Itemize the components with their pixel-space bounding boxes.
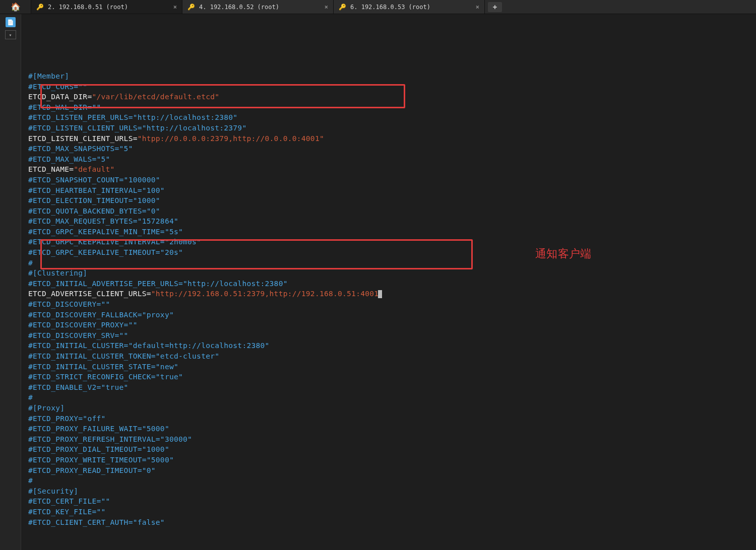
code-line: #ETCD_ELECTION_TIMEOUT="1000"	[28, 195, 751, 206]
comment-text: #[Member]	[28, 72, 69, 80]
code-line: #ETCD_CLIENT_CERT_AUTH="false"	[28, 517, 751, 528]
config-value: "htpp://0.0.0.0:2379,http://0.0.0.0:4001…	[138, 134, 324, 143]
config-key: ETCD_ADVERTISE_CLIENT_URLS	[28, 290, 147, 298]
comment-text: #ETCD_LISTEN_PEER_URLS="http://localhost…	[28, 113, 237, 121]
comment-text: #ETCD_STRICT_RECONFIG_CHECK="true"	[28, 373, 183, 381]
comment-text: #ETCD_SNAPSHOT_COUNT="100000"	[28, 176, 160, 184]
code-line: #ETCD_MAX_REQUEST_BYTES="1572864"	[28, 216, 751, 227]
code-line: #ETCD_MAX_SNAPSHOTS="5"	[28, 144, 751, 154]
new-tab-button[interactable]: +	[488, 2, 502, 12]
equals-operator: =	[69, 165, 74, 173]
comment-text: #ETCD_PROXY_WRITE_TIMEOUT="5000"	[28, 456, 174, 464]
comment-text: #ETCD_INITIAL_CLUSTER="default=http://lo…	[28, 341, 270, 350]
comment-text: #ETCD_DISCOVERY_SRV=""	[28, 331, 129, 339]
code-line: #ETCD_WAL_DIR=""	[28, 102, 751, 113]
comment-text: #ETCD_WAL_DIR=""	[28, 103, 101, 111]
code-line: #ETCD_DISCOVERY_SRV=""	[28, 330, 751, 341]
home-icon[interactable]: 🏠	[11, 2, 21, 12]
code-line: #ETCD_GRPC_KEEPALIVE_INTERVAL="2h0m0s"	[28, 237, 751, 247]
comment-text: #ETCD_ENABLE_V2="true"	[28, 383, 129, 391]
left-sidebar: 📄 ▾	[0, 14, 21, 550]
code-line: ETCD_ADVERTISE_CLIENT_URLS="http://192.1…	[28, 289, 751, 299]
comment-text: #ETCD_PROXY_REFRESH_INTERVAL="30000"	[28, 435, 192, 443]
config-value: "http://192.168.0.51:2379,http://192.168…	[151, 290, 379, 298]
code-line: #ETCD_INITIAL_CLUSTER="default=http://lo…	[28, 340, 751, 351]
comment-text: #ETCD_INITIAL_CLUSTER_TOKEN="etcd-cluste…	[28, 352, 219, 360]
comment-text: #ETCD_HEARTBEAT_INTERVAL="100"	[28, 186, 165, 194]
code-line: #ETCD_SNAPSHOT_COUNT="100000"	[28, 175, 751, 185]
comment-text: #ETCD_QUOTA_BACKEND_BYTES="0"	[28, 207, 160, 215]
code-line: #ETCD_STRICT_RECONFIG_CHECK="true"	[28, 372, 751, 382]
comment-text: #[Proxy]	[28, 404, 65, 412]
comment-text: #ETCD_LISTEN_CLIENT_URLS="http://localho…	[28, 124, 246, 132]
text-cursor	[378, 290, 382, 298]
tab-close-icon[interactable]: ×	[325, 4, 328, 11]
code-line: #ETCD_PROXY_DIAL_TIMEOUT="1000"	[28, 444, 751, 455]
comment-text: #	[28, 259, 33, 267]
comment-text: #ETCD_MAX_WALS="5"	[28, 155, 110, 163]
comment-text: #ETCD_KEY_FILE=""	[28, 508, 106, 516]
code-line: #ETCD_HEARTBEAT_INTERVAL="100"	[28, 185, 751, 196]
comment-text: #ETCD_GRPC_KEEPALIVE_MIN_TIME="5s"	[28, 228, 183, 236]
comment-text: #[Security]	[28, 487, 78, 495]
code-line: #ETCD_PROXY="off"	[28, 414, 751, 424]
code-line: #ETCD_CORS=""	[28, 82, 751, 92]
comment-text: #ETCD_INITIAL_CLUSTER_STATE="new"	[28, 363, 178, 371]
code-line: #ETCD_ENABLE_V2="true"	[28, 382, 751, 393]
comment-text: #ETCD_PROXY_DIAL_TIMEOUT="1000"	[28, 445, 169, 453]
code-line: ETCD_LISTEN_CLIENT_URLS="htpp://0.0.0.0:…	[28, 133, 751, 144]
code-line: #ETCD_DISCOVERY_FALLBACK="proxy"	[28, 310, 751, 320]
comment-text: #[Clustering]	[28, 269, 87, 277]
code-line: #[Proxy]	[28, 403, 751, 414]
config-value: "/var/lib/etcd/default.etcd"	[92, 93, 219, 101]
comment-text: #ETCD_CORS=""	[28, 83, 87, 91]
code-line: #ETCD_GRPC_KEEPALIVE_TIMEOUT="20s"	[28, 247, 751, 258]
code-line: ETCD_DATA_DIR="/var/lib/etcd/default.etc…	[28, 92, 751, 102]
code-line: #ETCD_LISTEN_CLIENT_URLS="http://localho…	[28, 123, 751, 133]
comment-text: #	[28, 476, 33, 485]
tab-label: 2. 192.168.0.51 (root)	[48, 4, 128, 11]
code-line: #ETCD_GRPC_KEEPALIVE_MIN_TIME="5s"	[28, 227, 751, 237]
comment-text: #ETCD_DISCOVERY_PROXY=""	[28, 321, 138, 329]
editor-area[interactable]: 通知客户端 #[Member]#ETCD_CORS=""ETCD_DATA_DI…	[21, 14, 756, 550]
comment-text: #ETCD_PROXY="off"	[28, 415, 106, 423]
code-line: #ETCD_PROXY_WRITE_TIMEOUT="5000"	[28, 455, 751, 465]
tab-2[interactable]: 🔑6. 192.168.0.53 (root)×	[334, 0, 485, 14]
code-line: #	[28, 392, 751, 403]
config-key: ETCD_NAME	[28, 165, 69, 173]
code-line: #ETCD_DISCOVERY=""	[28, 299, 751, 310]
tab-close-icon[interactable]: ×	[173, 4, 177, 11]
file-icon[interactable]: 📄	[6, 17, 16, 27]
comment-text: #ETCD_INITIAL_ADVERTISE_PEER_URLS="http:…	[28, 280, 288, 288]
config-key: ETCD_LISTEN_CLIENT_URLS	[28, 134, 133, 143]
code-line: #ETCD_MAX_WALS="5"	[28, 154, 751, 165]
key-icon: 🔑	[187, 4, 195, 11]
comment-text: #ETCD_MAX_REQUEST_BYTES="1572864"	[28, 217, 178, 225]
comment-text: #	[28, 393, 33, 401]
tab-0[interactable]: 🔑2. 192.168.0.51 (root)×	[31, 0, 182, 14]
sidebar-dropdown[interactable]: ▾	[5, 30, 16, 39]
tab-1[interactable]: 🔑4. 192.168.0.52 (root)×	[182, 0, 334, 14]
key-icon: 🔑	[36, 4, 44, 11]
equals-operator: =	[147, 290, 151, 298]
code-line: #ETCD_DISCOVERY_PROXY=""	[28, 320, 751, 330]
comment-text: #ETCD_MAX_SNAPSHOTS="5"	[28, 145, 133, 153]
config-value: "default"	[74, 165, 114, 173]
comment-text: #ETCD_GRPC_KEEPALIVE_INTERVAL="2h0m0s"	[28, 238, 201, 246]
tab-spacer: 🏠	[0, 0, 31, 14]
code-line: #ETCD_KEY_FILE=""	[28, 507, 751, 517]
comment-text: #ETCD_PROXY_FAILURE_WAIT="5000"	[28, 425, 169, 433]
code-line: #[Security]	[28, 486, 751, 497]
tab-label: 4. 192.168.0.52 (root)	[199, 4, 279, 11]
code-line: #ETCD_CERT_FILE=""	[28, 496, 751, 507]
code-line: #ETCD_PROXY_READ_TIMEOUT="0"	[28, 465, 751, 476]
comment-text: #ETCD_CLIENT_CERT_AUTH="false"	[28, 518, 165, 526]
code-line: #ETCD_QUOTA_BACKEND_BYTES="0"	[28, 206, 751, 217]
code-line: #ETCD_INITIAL_CLUSTER_STATE="new"	[28, 362, 751, 372]
key-icon: 🔑	[339, 4, 346, 11]
tab-close-icon[interactable]: ×	[476, 4, 479, 11]
code-line: #ETCD_INITIAL_CLUSTER_TOKEN="etcd-cluste…	[28, 351, 751, 362]
comment-text: #ETCD_PROXY_READ_TIMEOUT="0"	[28, 466, 156, 474]
comment-text: #ETCD_ELECTION_TIMEOUT="1000"	[28, 196, 160, 204]
comment-text: #ETCD_DISCOVERY_FALLBACK="proxy"	[28, 311, 174, 319]
